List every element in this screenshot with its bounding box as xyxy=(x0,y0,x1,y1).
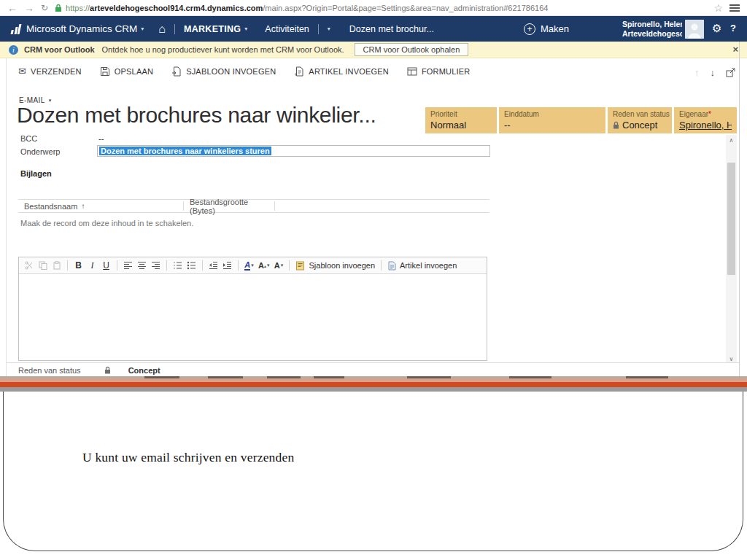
copy-icon[interactable] xyxy=(38,261,47,270)
insert-article-icon xyxy=(294,66,304,77)
save-button[interactable]: OPSLAAN xyxy=(100,66,153,77)
send-email-icon: ✉ xyxy=(18,66,26,77)
header-field-einddatum[interactable]: Einddatum -- xyxy=(499,107,605,133)
header-field-eigenaar[interactable]: Eigenaar* Spironello, H xyxy=(674,107,737,133)
lock-icon xyxy=(104,364,111,377)
send-button[interactable]: ✉ VERZENDEN xyxy=(18,66,82,77)
record-navigation: ↑ ↓ xyxy=(694,67,735,78)
bold-button[interactable]: B xyxy=(74,260,83,271)
scroll-down-icon[interactable]: ∨ xyxy=(726,356,737,362)
italic-button[interactable]: I xyxy=(88,260,97,271)
insert-article-button[interactable]: ARTIKEL INVOEGEN xyxy=(294,66,389,77)
browser-back-icon[interactable]: ← xyxy=(7,3,18,13)
slide-caption: U kunt uw email schrijven en verzenden xyxy=(82,450,294,465)
brand-title[interactable]: Microsoft Dynamics CRM xyxy=(26,23,137,34)
lock-icon xyxy=(613,121,619,129)
create-button[interactable]: + Maken xyxy=(524,16,569,42)
scroll-up-icon[interactable]: ∧ xyxy=(726,137,737,144)
notification-message: Ontdek hoe u nog productiever kunt worde… xyxy=(102,45,344,54)
paste-icon[interactable] xyxy=(52,261,61,270)
notification-close-icon[interactable]: × xyxy=(732,44,738,55)
window-right-edge xyxy=(739,42,740,377)
record-status-bar: Reden van status Concept xyxy=(7,362,739,377)
chevron-up-icon: ▴ xyxy=(264,263,266,268)
attachments-heading: Bijlagen xyxy=(20,169,52,178)
underline-button[interactable]: U xyxy=(101,260,111,271)
chevron-down-icon: ▾ xyxy=(267,262,270,268)
owner-link[interactable]: Spironello, H xyxy=(679,120,732,131)
grow-font-button[interactable]: A▴▾ xyxy=(258,261,269,270)
nav-item-activiteiten[interactable]: Activiteiten xyxy=(265,24,309,34)
user-org: Arteveldehogesch... xyxy=(622,29,682,38)
bcc-value[interactable]: -- xyxy=(98,134,104,143)
slide-accent-orange xyxy=(0,382,747,387)
form-scrollbar[interactable]: ∧ ∨ xyxy=(726,135,737,365)
column-bestandsgrootte[interactable]: Bestandsgrootte (Bytes) xyxy=(184,198,274,215)
address-bar[interactable]: https://arteveldehogeschool914.crm4.dyna… xyxy=(55,4,707,12)
chevron-down-icon[interactable]: ▾ xyxy=(328,26,330,32)
attachments-table-header: Bestandsnaam ↑ Bestandsgrootte (Bytes) xyxy=(18,199,489,213)
align-right-icon[interactable] xyxy=(151,261,160,270)
template-doc-icon xyxy=(295,261,305,271)
help-button[interactable]: ? xyxy=(730,23,736,34)
email-body-editor: B I U A▾ A▴▾ xyxy=(18,257,487,361)
sort-ascending-icon: ↑ xyxy=(81,202,85,210)
attachments-empty-message: Maak de record om deze inhoud in te scha… xyxy=(20,219,193,228)
status-value: Concept xyxy=(128,366,160,375)
chevron-down-icon[interactable]: ▾ xyxy=(141,26,144,32)
increase-indent-icon[interactable] xyxy=(222,261,232,270)
numbered-list-icon[interactable] xyxy=(173,261,182,270)
column-bestandsnaam[interactable]: Bestandsnaam ↑ xyxy=(18,202,183,211)
cut-icon[interactable] xyxy=(24,261,34,270)
status-label: Reden van status xyxy=(18,366,81,375)
user-menu[interactable]: Spironello, Helene Arteveldehogesch... xyxy=(622,20,682,39)
popout-icon[interactable] xyxy=(726,68,735,77)
align-left-icon[interactable] xyxy=(123,261,133,270)
editor-insert-article-button[interactable]: Artikel invoegen xyxy=(387,261,457,271)
subject-input[interactable]: Dozen met brochures naar winkeliers stur… xyxy=(97,145,490,157)
bookmark-star-icon[interactable]: ☆ xyxy=(713,2,723,14)
header-field-prioriteit[interactable]: Prioriteit Normaal xyxy=(425,107,497,133)
nav-divider xyxy=(318,24,319,34)
bullet-list-icon[interactable] xyxy=(187,261,196,270)
required-asterisk: * xyxy=(708,110,711,118)
dynamics-logo-icon xyxy=(11,24,22,34)
editor-toolbar: B I U A▾ A▴▾ xyxy=(19,257,487,274)
chevron-down-icon: ▾ xyxy=(281,262,284,268)
font-color-button[interactable]: A▾ xyxy=(244,260,254,271)
chevron-down-icon[interactable]: ▾ xyxy=(244,26,247,32)
selected-subject-text: Dozen met brochures naar winkeliers stur… xyxy=(99,147,271,155)
gear-icon[interactable]: ⚙ xyxy=(712,22,721,35)
editor-content-area[interactable] xyxy=(19,274,487,360)
browser-menu-icon[interactable] xyxy=(729,3,740,13)
nav-item-current-record[interactable]: Dozen met brochur... xyxy=(349,24,434,34)
bcc-label: BCC xyxy=(20,134,37,143)
column-divider xyxy=(274,201,275,211)
decrease-indent-icon[interactable] xyxy=(209,261,218,270)
browser-refresh-icon[interactable]: ↻ xyxy=(41,3,48,13)
previous-record-icon[interactable]: ↑ xyxy=(694,67,700,78)
article-doc-icon xyxy=(387,261,396,271)
window-left-edge xyxy=(6,58,7,377)
save-icon xyxy=(100,66,110,77)
get-crm-outlook-button[interactable]: CRM voor Outlook ophalen xyxy=(355,43,469,56)
browser-forward-icon[interactable]: → xyxy=(24,3,34,13)
nav-item-marketing[interactable]: MARKETING xyxy=(184,24,241,34)
font-style-button[interactable]: A▾ xyxy=(274,261,283,270)
form-button[interactable]: FORMULIER xyxy=(407,66,471,77)
plus-icon: + xyxy=(524,23,535,35)
insert-template-icon xyxy=(171,66,182,77)
next-record-icon[interactable]: ↓ xyxy=(711,67,716,78)
url-text: https://arteveldehogeschool914.crm4.dyna… xyxy=(66,4,548,12)
scrollbar-thumb[interactable] xyxy=(727,163,735,275)
insert-template-button[interactable]: SJABLOON INVOEGEN xyxy=(171,66,276,77)
ssl-padlock-icon xyxy=(55,4,62,12)
subject-label: Onderwerp xyxy=(20,147,60,156)
editor-insert-template-button[interactable]: Sjabloon invoegen xyxy=(295,261,375,271)
avatar[interactable] xyxy=(685,20,704,42)
person-icon xyxy=(685,20,704,39)
command-bar: ✉ VERZENDEN OPSLAAN SJABLOON INVOEGEN AR… xyxy=(18,66,471,77)
create-label: Maken xyxy=(541,23,569,34)
align-center-icon[interactable] xyxy=(137,261,147,270)
home-icon[interactable]: ⌂ xyxy=(158,23,166,36)
